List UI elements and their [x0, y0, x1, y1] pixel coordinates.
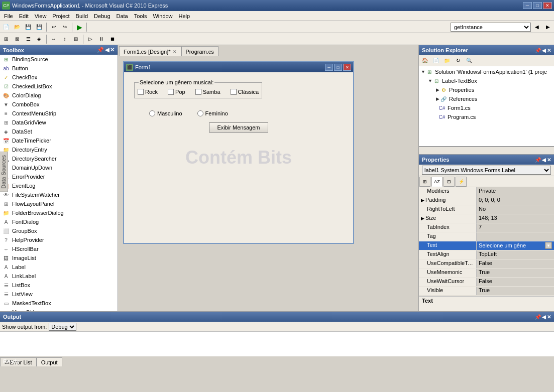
se-programcs[interactable]: C# Program.cs: [420, 112, 553, 121]
toolbar-b2-2[interactable]: ⊠: [12, 34, 22, 44]
output-pin-icon[interactable]: 📌: [535, 314, 541, 320]
menu-window[interactable]: Window: [150, 13, 175, 20]
menu-help[interactable]: Help: [176, 13, 193, 20]
toolbox-item-errorprovider[interactable]: ⚠ErrorProvider: [0, 172, 118, 181]
tab-form1-close-icon[interactable]: ✕: [173, 49, 177, 54]
props-row-tabindex[interactable]: TabIndex 7: [419, 223, 554, 232]
toolbar-save[interactable]: 💾: [23, 22, 33, 32]
form-designer[interactable]: ⬛ Form1 ─ □ ✕ Contém Bits Selecione um g…: [118, 56, 418, 311]
radio-feminino[interactable]: Feminino: [197, 110, 228, 116]
menu-view[interactable]: View: [32, 13, 50, 20]
exibir-mensagem-button[interactable]: Exibir Mensagem: [209, 122, 269, 133]
menu-tools[interactable]: Tools: [131, 13, 150, 20]
toolbar-new[interactable]: 📄: [1, 22, 11, 32]
props-row-textalign[interactable]: TextAlign TopLeft: [419, 250, 554, 259]
tab-form1-design[interactable]: Form1.cs [Design]* ✕: [119, 46, 181, 56]
toolbox-item-datetimepicker[interactable]: 📅DateTimePicker: [0, 136, 118, 145]
props-row-text[interactable]: Text Selecione um gêne ▼: [419, 241, 554, 250]
output-tab-output[interactable]: Output: [37, 357, 62, 366]
toolbox-item-checkedlistbox[interactable]: ☑CheckedListBox: [0, 82, 118, 91]
toolbar-undo[interactable]: ↩: [49, 22, 59, 32]
se-ref-arrow[interactable]: ▶: [436, 96, 439, 101]
se-project[interactable]: ▼ ⊡ Label-TextBox: [420, 76, 553, 85]
toolbar-saveall[interactable]: 💾: [34, 22, 44, 32]
toolbar-run[interactable]: ▶: [74, 22, 84, 32]
menu-project[interactable]: Project: [49, 13, 72, 20]
checkbox-samba[interactable]: Samba: [195, 89, 220, 95]
toolbox-item-combobox[interactable]: ▼ComboBox: [0, 100, 118, 109]
expand-icon-3[interactable]: ▶: [421, 216, 424, 221]
se-btn-3[interactable]: 📁: [442, 56, 452, 66]
se-btn-4[interactable]: ↻: [453, 56, 463, 66]
toolbox-item-directoryentry[interactable]: 📁DirectoryEntry: [0, 145, 118, 154]
se-prop-arrow[interactable]: ▶: [436, 87, 439, 92]
toolbox-item-hscrollbar[interactable]: ↔HScrollBar: [0, 244, 118, 253]
props-row-righttoleft[interactable]: RightToLeft No: [419, 205, 554, 214]
props-dropdown-btn-6[interactable]: ▼: [545, 242, 552, 249]
props-tab-alphabetical[interactable]: AZ: [431, 177, 442, 187]
toolbar-nav-next[interactable]: ▶: [543, 22, 553, 32]
checkbox-pop-box[interactable]: [168, 89, 174, 95]
toolbox-item-colordialog[interactable]: 🎨ColorDialog: [0, 91, 118, 100]
toolbox-item-maskedtextbox[interactable]: ▭MaskedTextBox: [0, 299, 118, 308]
toolbox-auto-hide-icon[interactable]: ◀: [105, 47, 109, 53]
props-auto-hide-icon[interactable]: ◀: [542, 157, 546, 163]
toolbox-item-helpprovider[interactable]: ?HelpProvider: [0, 235, 118, 244]
toolbar-getinstance-combo[interactable]: getInstance: [451, 23, 531, 32]
toolbox-item-datagridview[interactable]: ⊞DataGridView: [0, 118, 118, 127]
minimize-button[interactable]: ─: [523, 2, 532, 9]
se-btn-5[interactable]: 🔍: [464, 56, 474, 66]
props-row-usecompatibletext[interactable]: UseCompatibleText False: [419, 259, 554, 269]
props-row-padding[interactable]: ▶Padding 0; 0; 0; 0: [419, 196, 554, 205]
form-body[interactable]: Contém Bits Selecione um gênero musical:…: [124, 72, 353, 243]
props-row-visible[interactable]: Visible True: [419, 287, 554, 296]
menu-edit[interactable]: Edit: [16, 13, 32, 20]
se-pin-icon[interactable]: 📌: [535, 48, 541, 53]
toolbox-item-imagelist[interactable]: 🖼ImageList: [0, 253, 118, 263]
toolbox-item-bindingsource[interactable]: ⊞BindingSource: [0, 55, 118, 64]
se-project-arrow[interactable]: ▼: [428, 78, 432, 83]
toolbox-item-flowlayoutpanel[interactable]: ⊞FlowLayoutPanel: [0, 199, 118, 208]
se-solution[interactable]: ▼ ⊞ Solution 'WindowsFormsApplication1' …: [420, 67, 553, 76]
toolbar-b2-9[interactable]: ⏸: [96, 34, 106, 44]
menu-build[interactable]: Build: [73, 13, 91, 20]
se-form1cs[interactable]: C# Form1.cs: [420, 103, 553, 112]
toolbox-item-fontdialog[interactable]: AFontDialog: [0, 217, 118, 226]
output-auto-hide-icon[interactable]: ◀: [542, 314, 546, 320]
expand-icon-1[interactable]: ▶: [421, 198, 424, 203]
toolbox-item-listview[interactable]: ☰ListView: [0, 290, 118, 299]
maximize-button[interactable]: □: [533, 2, 542, 9]
props-close-icon[interactable]: ✕: [547, 157, 551, 163]
se-btn-1[interactable]: 🏠: [420, 56, 430, 66]
se-properties[interactable]: ▶ ⚙ Properties: [420, 85, 553, 94]
menu-file[interactable]: File: [1, 13, 16, 20]
checkbox-rock-box[interactable]: [138, 89, 144, 95]
props-tab-categorized[interactable]: ⊞: [419, 177, 430, 187]
props-pin-icon[interactable]: 📌: [535, 157, 541, 163]
toolbar-nav-prev[interactable]: ◀: [532, 22, 542, 32]
toolbox-item-contextmenustrip[interactable]: ≡ContextMenuStrip: [0, 109, 118, 118]
se-close-icon[interactable]: ✕: [547, 48, 551, 53]
props-row-usemnemonic[interactable]: UseMnemonic True: [419, 269, 554, 278]
props-row-modifiers[interactable]: Modifiers Private: [419, 187, 554, 196]
checkbox-classica-box[interactable]: [231, 89, 237, 95]
toolbox-item-label[interactable]: ALabel: [0, 263, 118, 272]
toolbar-b2-6[interactable]: ↕: [60, 34, 70, 44]
close-button[interactable]: ✕: [543, 2, 552, 9]
toolbox-item-domainupdown[interactable]: ↕DomainUpDown: [0, 163, 118, 172]
toolbox-item-dataset[interactable]: ◈DataSet: [0, 127, 118, 136]
form-maximize-btn[interactable]: □: [334, 64, 342, 71]
toolbox-item-filesystemwatcher[interactable]: 👁FileSystemWatcher: [0, 190, 118, 199]
se-references[interactable]: ▶ 🔗 References: [420, 94, 553, 103]
toolbox-item-folderbrowserdialog[interactable]: 📁FolderBrowserDialog: [0, 208, 118, 217]
checkbox-samba-box[interactable]: [195, 89, 201, 95]
toolbox-item-linklabel[interactable]: ALinkLabel: [0, 272, 118, 281]
se-solution-arrow[interactable]: ▼: [421, 69, 425, 74]
se-auto-hide-icon[interactable]: ◀: [542, 48, 546, 53]
toolbox-item-directorysearcher[interactable]: 🔍DirectorySearcher: [0, 154, 118, 163]
data-sources-tab[interactable]: Data Sources: [0, 152, 8, 192]
props-row-usewaitcursor[interactable]: UseWaitCursor False: [419, 278, 554, 287]
toolbox-item-listbox[interactable]: ☰ListBox: [0, 281, 118, 290]
properties-object-select[interactable]: label1 System.Windows.Forms.Label: [422, 166, 551, 175]
output-close-icon[interactable]: ✕: [547, 314, 551, 320]
